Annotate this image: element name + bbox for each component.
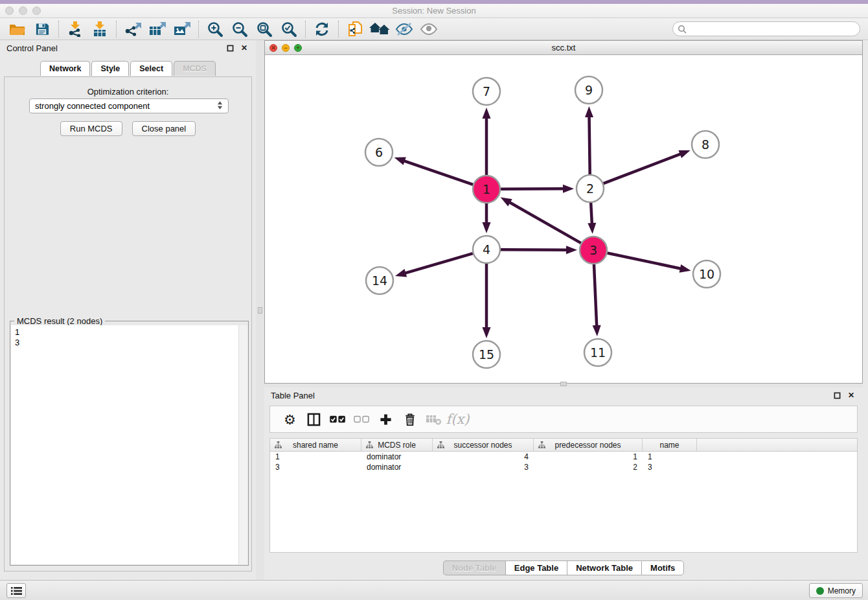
edge-arrowhead: [585, 106, 593, 117]
network-canvas[interactable]: 1234678910111415: [265, 55, 862, 383]
zoom-in-button[interactable]: [203, 19, 227, 39]
refresh-layout-button[interactable]: [310, 19, 334, 39]
window-titlebar: Session: New Session: [0, 4, 868, 18]
checked-boxes-icon: [329, 415, 347, 424]
export-image-button[interactable]: [170, 19, 194, 39]
memory-button[interactable]: Memory: [809, 583, 863, 598]
table-settings-button[interactable]: ⚙: [278, 408, 302, 430]
delete-column-button[interactable]: [398, 408, 422, 430]
edge-arrowhead: [680, 264, 691, 273]
toolbar-separator: [58, 21, 59, 38]
tab-motifs[interactable]: Motifs: [641, 560, 684, 575]
graph-edge-2-8[interactable]: [604, 154, 682, 183]
close-panel-icon[interactable]: ✕: [846, 390, 856, 400]
close-panel-icon[interactable]: ✕: [239, 43, 249, 53]
graph-edge-1-6[interactable]: [403, 161, 473, 185]
export-network-button[interactable]: [120, 19, 145, 39]
table-cell: 2: [534, 463, 643, 472]
column-header-shared-name[interactable]: shared name: [270, 439, 361, 451]
task-history-button[interactable]: [6, 583, 26, 598]
close-panel-button[interactable]: Close panel: [132, 121, 196, 136]
gear-icon: ⚙: [284, 413, 296, 426]
select-all-button[interactable]: [326, 408, 350, 430]
function-builder-button[interactable]: f(x): [446, 408, 470, 430]
table-tabs: Node Table Edge Table Network Table Moti…: [264, 560, 863, 575]
toolbar-separator: [198, 21, 199, 38]
graph-edge-1-2[interactable]: [501, 189, 565, 189]
tab-style[interactable]: Style: [91, 61, 129, 76]
graph-edge-3-11[interactable]: [594, 264, 597, 327]
criterion-dropdown[interactable]: strongly connected component: [29, 98, 229, 113]
zoom-selected-button[interactable]: [277, 19, 301, 39]
mcds-result-scrollbar[interactable]: [238, 325, 247, 564]
open-session-button[interactable]: [5, 19, 30, 39]
home-view-button[interactable]: [367, 19, 392, 39]
import-table-icon: [92, 21, 108, 37]
tab-mcds[interactable]: MCDS: [174, 61, 216, 76]
criterion-value: strongly connected component: [35, 101, 150, 111]
network-window-title: scc.txt: [265, 43, 862, 52]
search-box[interactable]: [672, 21, 860, 36]
column-header-name[interactable]: name: [643, 439, 697, 451]
import-table-button[interactable]: [87, 19, 112, 39]
graph-edge-3-1[interactable]: [508, 202, 581, 243]
deselect-all-button[interactable]: [350, 408, 374, 430]
column-header-predecessor-nodes[interactable]: predecessor nodes: [534, 439, 643, 451]
save-session-button[interactable]: [30, 19, 54, 39]
column-header-successor-nodes[interactable]: successor nodes: [433, 439, 534, 451]
table-cell: 1: [534, 452, 643, 461]
zoom-out-button[interactable]: [227, 19, 252, 39]
mcds-result-text[interactable]: 1 3: [11, 325, 238, 564]
column-header-MCDS-role[interactable]: MCDS role: [361, 439, 433, 451]
float-panel-icon[interactable]: [225, 43, 235, 53]
export-network-icon: [124, 21, 142, 37]
graph-node-label: 4: [483, 242, 490, 257]
graph-node-label: 7: [483, 84, 490, 98]
tab-node-table[interactable]: Node Table: [443, 560, 505, 575]
vertical-splitter[interactable]: [256, 40, 264, 580]
run-mcds-button[interactable]: Run MCDS: [60, 121, 122, 136]
search-input[interactable]: [687, 23, 860, 35]
show-details-button[interactable]: [417, 19, 441, 39]
list-icon: [11, 586, 22, 595]
graph-node-label: 14: [372, 273, 387, 288]
export-image-icon: [174, 21, 191, 37]
delete-table-button[interactable]: [422, 408, 446, 430]
graph-edge-4-14[interactable]: [404, 253, 472, 273]
graph-edge-2-3[interactable]: [591, 203, 592, 225]
control-panel-tabs: Network Style Select MCDS: [0, 61, 256, 76]
node-table[interactable]: shared nameMCDS rolesuccessor nodesprede…: [269, 438, 858, 553]
splitter-handle[interactable]: [258, 307, 262, 314]
table-cell: dominator: [361, 452, 433, 461]
graph-edge-2-9[interactable]: [589, 115, 590, 174]
import-network-button[interactable]: [63, 19, 87, 39]
export-table-button[interactable]: [145, 19, 170, 39]
float-panel-icon[interactable]: [832, 390, 842, 400]
refresh-icon: [314, 21, 330, 37]
toggle-columns-button[interactable]: [302, 408, 326, 430]
tab-edge-table[interactable]: Edge Table: [505, 560, 567, 575]
eye-icon: [420, 22, 438, 36]
mcds-result-title: MCDS result (2 nodes): [14, 316, 105, 326]
tab-network-table[interactable]: Network Table: [567, 560, 641, 575]
edge-arrowhead: [501, 197, 512, 206]
add-column-button[interactable]: [374, 408, 398, 430]
control-panel-title: Control Panel: [6, 43, 58, 53]
graph-edge-3-10[interactable]: [608, 253, 682, 269]
tab-select[interactable]: Select: [130, 61, 172, 76]
graph-edge-4-3[interactable]: [501, 249, 568, 250]
trash-icon: [404, 413, 416, 426]
copy-documents-icon: [347, 21, 363, 38]
graph-node-label: 11: [590, 345, 606, 360]
home-icon: [369, 22, 390, 36]
network-graph[interactable]: 1234678910111415: [265, 55, 862, 383]
tab-network[interactable]: Network: [40, 61, 90, 76]
hide-details-button[interactable]: [392, 19, 417, 39]
splitter-handle[interactable]: [560, 382, 567, 386]
table-cell: 1: [643, 452, 697, 461]
copy-style-button[interactable]: [343, 19, 367, 39]
graph-node-label: 8: [702, 137, 709, 152]
zoom-fit-button[interactable]: [252, 19, 277, 39]
table-row[interactable]: 1dominator411: [270, 452, 857, 462]
table-row[interactable]: 3dominator323: [270, 462, 857, 472]
